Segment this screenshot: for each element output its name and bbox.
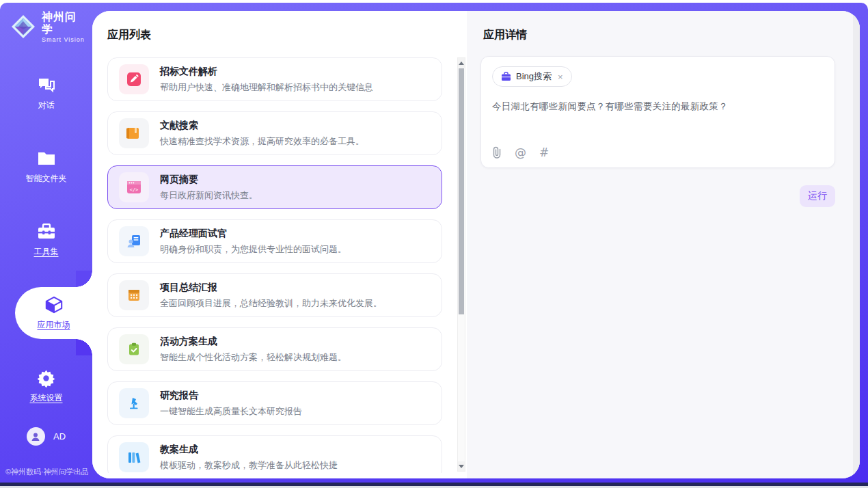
- app-detail-title: 应用详情: [483, 28, 527, 42]
- app-card-title: 产品经理面试官: [160, 228, 347, 240]
- app-card-title: 网页摘要: [160, 174, 258, 186]
- cube-icon: [44, 295, 64, 314]
- app-card-title: 文献搜索: [160, 120, 364, 132]
- sidebar-item-toolset[interactable]: 工具集: [0, 214, 92, 266]
- brand-tagline: Smart Vision: [42, 36, 87, 43]
- detail-pane-scrollbar-track[interactable]: [853, 11, 860, 478]
- brand-name: 神州问学: [42, 11, 87, 36]
- app-card-web-summary[interactable]: </> 网页摘要 每日政府新闻资讯快查。: [107, 165, 442, 209]
- app-card-bid-parse[interactable]: 招标文件解析 帮助用户快速、准确地理解和解析招标书中的关键信息: [107, 57, 442, 101]
- user-avatar-icon: [27, 427, 45, 446]
- sidebar: 神州问学 Smart Vision 对话 智能文件夹 工具集: [0, 3, 92, 483]
- sidebar-footer-credit: ©神州数码·神州问学出品: [5, 467, 89, 477]
- app-card-title: 活动方案生成: [160, 336, 347, 348]
- prompt-toolbar: @ #: [492, 146, 549, 159]
- run-button[interactable]: 运行: [800, 185, 835, 207]
- app-card-desc: 帮助用户快速、准确地理解和解析招标书中的关键信息: [160, 81, 373, 94]
- scrollbar-up-button[interactable]: [458, 58, 465, 68]
- user-account[interactable]: AD: [0, 427, 92, 446]
- scroll-down-icon: [459, 465, 464, 468]
- tool-chip-bing-search[interactable]: Bing搜索 ×: [492, 66, 572, 87]
- event-plan-icon: [119, 334, 149, 364]
- sidebar-item-smart-folder[interactable]: 智能文件夹: [0, 141, 92, 193]
- hash-icon[interactable]: #: [539, 146, 549, 159]
- app-card-desc: 智能生成个性化活动方案，轻松解决规划难题。: [160, 351, 347, 364]
- briefcase-icon: [501, 72, 511, 81]
- app-card-lesson-plan[interactable]: 教案生成 模板驱动，教案秒成，教学准备从此轻松快捷: [107, 435, 442, 473]
- app-card-desc: 模板驱动，教案秒成，教学准备从此轻松快捷: [160, 459, 338, 472]
- brand-logo: 神州问学 Smart Vision: [0, 3, 92, 43]
- app-card-desc: 全面回顾项目进展，总结经验教训，助力未来优化发展。: [160, 297, 382, 310]
- sidebar-item-chat[interactable]: 对话: [0, 68, 92, 120]
- app-card-desc: 明确身份和职责，为您提供专业性的面试问题。: [160, 243, 347, 256]
- toolbox-icon: [37, 222, 56, 241]
- sidebar-item-label: 智能文件夹: [26, 173, 67, 185]
- sidebar-item-app-market[interactable]: 应用市场: [15, 287, 92, 339]
- tool-chip-label: Bing搜索: [516, 70, 552, 83]
- research-report-icon: [119, 388, 149, 418]
- app-list-pane: 应用列表 招标文件解析 帮助用户快速、准确地理解和解析招标书中的关键信息 文献搜…: [92, 11, 467, 478]
- svg-text:</>: </>: [130, 187, 139, 193]
- app-card-desc: 一键智能生成高质量长文本研究报告: [160, 405, 302, 418]
- app-card-pm-interviewer[interactable]: 产品经理面试官 明确身份和职责，为您提供专业性的面试问题。: [107, 219, 442, 263]
- app-card-title: 教案生成: [160, 444, 338, 456]
- bid-document-icon: [119, 64, 149, 94]
- app-card-title: 招标文件解析: [160, 66, 373, 78]
- scroll-up-icon: [459, 62, 464, 65]
- app-card-literature-search[interactable]: 文献搜索 快速精准查找学术资源，提高研究效率的必备工具。: [107, 111, 442, 155]
- paperclip-icon[interactable]: [492, 146, 502, 159]
- app-card-desc: 快速精准查找学术资源，提高研究效率的必备工具。: [160, 135, 364, 148]
- sidebar-item-label: 应用市场: [38, 319, 70, 331]
- app-card-list: 招标文件解析 帮助用户快速、准确地理解和解析招标书中的关键信息 文献搜索 快速精…: [107, 57, 442, 473]
- sidebar-item-label: 对话: [38, 100, 55, 111]
- app-list-scrollbar[interactable]: [457, 57, 465, 472]
- mention-icon[interactable]: @: [515, 146, 526, 159]
- sidebar-nav: 对话 智能文件夹 工具集 应用市场 系统设置: [0, 68, 92, 433]
- brand-gem-icon: [10, 13, 37, 40]
- sidebar-item-label: 工具集: [34, 246, 59, 258]
- app-list-title: 应用列表: [107, 28, 151, 42]
- close-icon[interactable]: ×: [556, 72, 565, 82]
- app-card-project-summary[interactable]: 项目总结汇报 全面回顾项目进展，总结经验教训，助力未来优化发展。: [107, 273, 442, 317]
- app-card-desc: 每日政府新闻资讯快查。: [160, 189, 258, 202]
- app-detail-pane: 应用详情 Bing搜索 × 今日湖北有哪些新闻要点？有哪些需要关注的最新政策？ …: [467, 11, 860, 478]
- lesson-plan-icon: [119, 442, 149, 472]
- sidebar-item-settings[interactable]: 系统设置: [0, 360, 92, 412]
- sidebar-item-label: 系统设置: [30, 392, 63, 404]
- literature-search-icon: [119, 118, 149, 148]
- folder-icon: [37, 149, 56, 168]
- scrollbar-down-button[interactable]: [458, 461, 465, 471]
- app-card-event-plan[interactable]: 活动方案生成 智能生成个性化活动方案，轻松解决规划难题。: [107, 327, 442, 371]
- prompt-text[interactable]: 今日湖北有哪些新闻要点？有哪些需要关注的最新政策？: [492, 100, 824, 113]
- app-card-title: 项目总结汇报: [160, 282, 382, 294]
- scrollbar-thumb[interactable]: [459, 68, 464, 314]
- gear-icon: [37, 368, 56, 388]
- chat-icon: [37, 76, 56, 95]
- prompt-card: Bing搜索 × 今日湖北有哪些新闻要点？有哪些需要关注的最新政策？ @ #: [480, 56, 835, 168]
- app-card-research-report[interactable]: 研究报告 一键智能生成高质量长文本研究报告: [107, 381, 442, 425]
- web-summary-icon: </>: [119, 172, 149, 202]
- app-card-title: 研究报告: [160, 390, 302, 402]
- main-content: 应用列表 招标文件解析 帮助用户快速、准确地理解和解析招标书中的关键信息 文献搜…: [92, 11, 860, 478]
- pm-interviewer-icon: [119, 226, 149, 256]
- user-initials: AD: [53, 431, 66, 442]
- project-summary-icon: [119, 280, 149, 310]
